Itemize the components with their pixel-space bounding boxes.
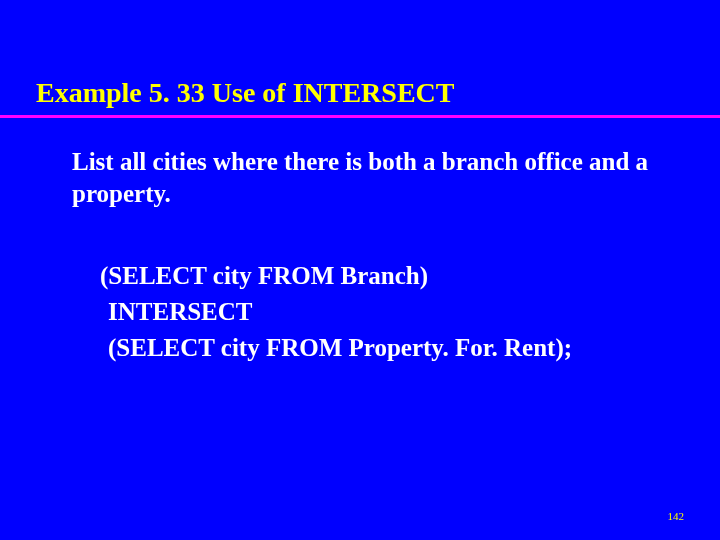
code-block: (SELECT city FROM Branch) INTERSECT (SEL… — [100, 258, 660, 367]
slide-title: Example 5. 33 Use of INTERSECT — [36, 78, 684, 109]
title-area: Example 5. 33 Use of INTERSECT — [0, 0, 720, 109]
slide-content: List all cities where there is both a br… — [0, 118, 720, 367]
page-number: 142 — [668, 510, 685, 522]
code-line-3: (SELECT city FROM Property. For. Rent); — [100, 330, 660, 366]
code-line-2: INTERSECT — [100, 294, 660, 330]
description-text: List all cities where there is both a br… — [72, 146, 660, 210]
code-line-1: (SELECT city FROM Branch) — [100, 258, 660, 294]
